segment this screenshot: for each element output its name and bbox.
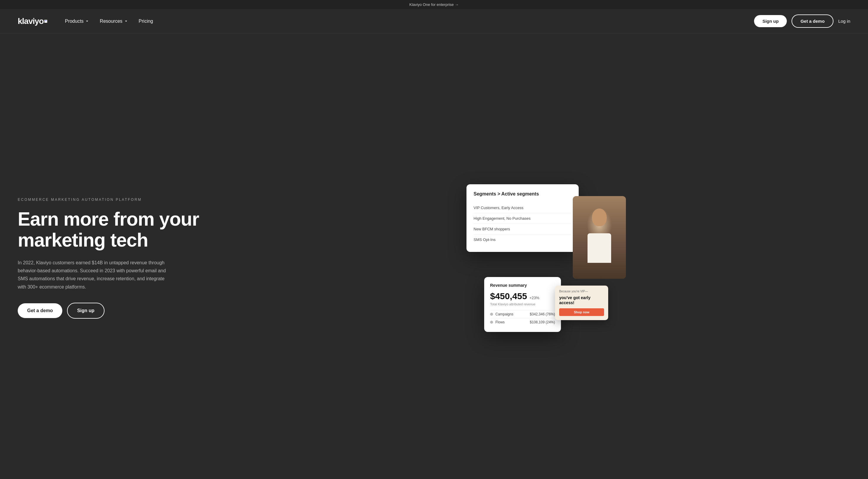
- person-figure: [573, 196, 626, 279]
- flows-dot: [490, 321, 493, 324]
- hero-demo-button[interactable]: Get a demo: [18, 303, 62, 318]
- email-pre: Because you're VIP—: [559, 290, 604, 293]
- campaigns-dot: [490, 313, 493, 316]
- logo-text: klaviyo: [18, 17, 44, 26]
- nav-resources-label: Resources: [100, 19, 122, 24]
- hero-body: In 2022, Klaviyo customers earned $14B i…: [18, 259, 171, 291]
- nav-pricing-label: Pricing: [139, 19, 153, 24]
- revenue-pct: +23%: [529, 296, 539, 300]
- hero-section: ECOMMERCE MARKETING AUTOMATION PLATFORM …: [0, 33, 868, 477]
- hero-signup-button[interactable]: Sign up: [67, 303, 104, 319]
- hero-eyebrow: ECOMMERCE MARKETING AUTOMATION PLATFORM: [18, 198, 207, 202]
- segment-item-2: High Engagement, No Purchases: [473, 213, 571, 224]
- logo[interactable]: klaviyo™: [18, 17, 47, 26]
- flows-value: $108,109 (24%): [530, 320, 555, 324]
- enterprise-link[interactable]: Klaviyo One for enterprise →: [409, 2, 459, 7]
- nav-signup-button[interactable]: Sign up: [754, 15, 787, 27]
- hero-title: Earn more from your marketing tech: [18, 209, 207, 250]
- segment-item-4: SMS Opt-Ins: [473, 235, 571, 245]
- nav-products[interactable]: Products: [65, 19, 89, 24]
- person-photo: [573, 196, 626, 279]
- hero-title-line2: marketing tech: [18, 230, 148, 251]
- segments-card-title: Segments > Active segments: [473, 191, 571, 197]
- revenue-campaigns-left: Campaigns: [490, 312, 514, 316]
- email-cta-button[interactable]: Shop now: [559, 308, 604, 316]
- campaigns-value: $342,346 (76%): [530, 312, 555, 316]
- email-headline: you've got early access!: [559, 295, 604, 305]
- revenue-number: $450,455: [490, 291, 527, 301]
- segment-item-3: New BFCM shoppers: [473, 224, 571, 235]
- nav-login-button[interactable]: Log in: [838, 19, 850, 24]
- mockup-wrapper: Segments > Active segments VIP Customers…: [466, 184, 602, 332]
- revenue-campaigns-row: Campaigns $342,346 (76%): [490, 310, 555, 318]
- chevron-down-icon: [85, 19, 89, 23]
- revenue-flows-left: Flows: [490, 320, 504, 324]
- revenue-card: Revenue summary $450,455 +23% Total Klav…: [484, 277, 561, 332]
- hero-left: ECOMMERCE MARKETING AUTOMATION PLATFORM …: [18, 198, 207, 319]
- nav-demo-button[interactable]: Get a demo: [792, 14, 833, 28]
- nav-links: Products Resources Pricing: [65, 19, 754, 24]
- revenue-card-title: Revenue summary: [490, 283, 555, 288]
- main-nav: klaviyo™ Products Resources Pricing Sign…: [0, 9, 868, 33]
- email-card: Because you're VIP— you've got early acc…: [555, 286, 608, 320]
- chevron-down-icon-2: [124, 19, 128, 23]
- revenue-flows-row: Flows $108,109 (24%): [490, 318, 555, 326]
- segments-card: Segments > Active segments VIP Customers…: [466, 184, 579, 252]
- hero-title-line1: Earn more from your: [18, 209, 199, 230]
- nav-actions: Sign up Get a demo Log in: [754, 14, 850, 28]
- top-bar: Klaviyo One for enterprise →: [0, 0, 868, 9]
- nav-products-label: Products: [65, 19, 84, 24]
- campaigns-label: Campaigns: [495, 312, 514, 316]
- revenue-label: Total Klaviyo attributed revenue: [490, 302, 555, 306]
- logo-mark: ™: [44, 20, 47, 23]
- revenue-amount-row: $450,455 +23%: [490, 291, 555, 301]
- hero-right: Segments > Active segments VIP Customers…: [218, 184, 850, 332]
- segment-item-1: VIP Customers, Early Access: [473, 203, 571, 213]
- hero-ctas: Get a demo Sign up: [18, 303, 207, 319]
- flows-label: Flows: [495, 320, 504, 324]
- nav-pricing[interactable]: Pricing: [139, 19, 153, 24]
- nav-resources[interactable]: Resources: [100, 19, 128, 24]
